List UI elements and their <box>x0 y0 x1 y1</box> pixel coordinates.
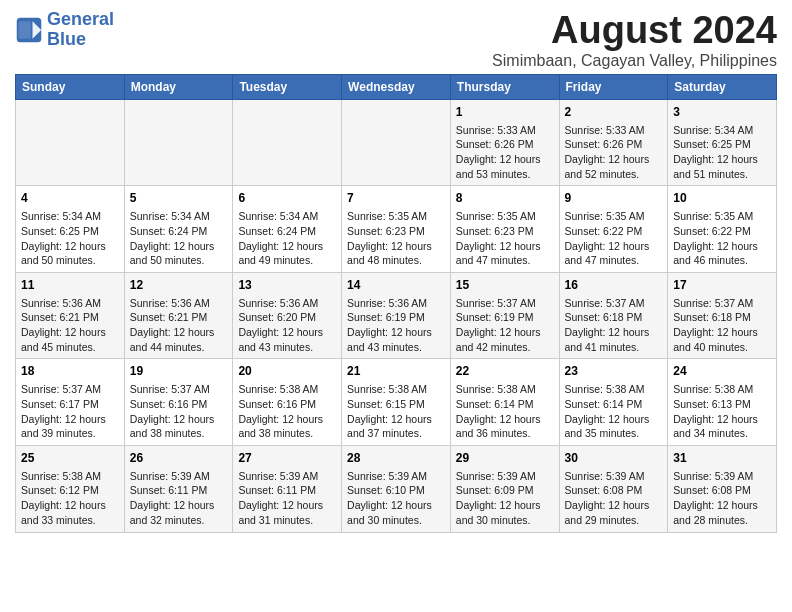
day-header-sunday: Sunday <box>16 74 125 99</box>
day-number: 12 <box>130 277 228 294</box>
day-number: 19 <box>130 363 228 380</box>
calendar-cell: 18Sunrise: 5:37 AM Sunset: 6:17 PM Dayli… <box>16 359 125 446</box>
calendar-cell: 10Sunrise: 5:35 AM Sunset: 6:22 PM Dayli… <box>668 186 777 273</box>
cell-content: Sunrise: 5:35 AM Sunset: 6:22 PM Dayligh… <box>565 209 663 268</box>
cell-content: Sunrise: 5:36 AM Sunset: 6:21 PM Dayligh… <box>21 296 119 355</box>
calendar-cell <box>233 99 342 186</box>
calendar-cell: 2Sunrise: 5:33 AM Sunset: 6:26 PM Daylig… <box>559 99 668 186</box>
subtitle: Simimbaan, Cagayan Valley, Philippines <box>492 52 777 70</box>
cell-content: Sunrise: 5:37 AM Sunset: 6:19 PM Dayligh… <box>456 296 554 355</box>
day-number: 21 <box>347 363 445 380</box>
cell-content: Sunrise: 5:33 AM Sunset: 6:26 PM Dayligh… <box>456 123 554 182</box>
cell-content: Sunrise: 5:35 AM Sunset: 6:23 PM Dayligh… <box>456 209 554 268</box>
calendar-cell: 27Sunrise: 5:39 AM Sunset: 6:11 PM Dayli… <box>233 445 342 532</box>
calendar-cell: 6Sunrise: 5:34 AM Sunset: 6:24 PM Daylig… <box>233 186 342 273</box>
cell-content: Sunrise: 5:35 AM Sunset: 6:23 PM Dayligh… <box>347 209 445 268</box>
calendar-table: SundayMondayTuesdayWednesdayThursdayFrid… <box>15 74 777 533</box>
day-number: 18 <box>21 363 119 380</box>
cell-content: Sunrise: 5:38 AM Sunset: 6:13 PM Dayligh… <box>673 382 771 441</box>
calendar-cell: 4Sunrise: 5:34 AM Sunset: 6:25 PM Daylig… <box>16 186 125 273</box>
calendar-cell: 31Sunrise: 5:39 AM Sunset: 6:08 PM Dayli… <box>668 445 777 532</box>
day-header-thursday: Thursday <box>450 74 559 99</box>
day-number: 26 <box>130 450 228 467</box>
calendar-cell <box>16 99 125 186</box>
day-number: 14 <box>347 277 445 294</box>
calendar-cell: 16Sunrise: 5:37 AM Sunset: 6:18 PM Dayli… <box>559 272 668 359</box>
day-number: 13 <box>238 277 336 294</box>
cell-content: Sunrise: 5:37 AM Sunset: 6:18 PM Dayligh… <box>565 296 663 355</box>
calendar-cell: 14Sunrise: 5:36 AM Sunset: 6:19 PM Dayli… <box>342 272 451 359</box>
logo-text: General Blue <box>47 10 114 50</box>
calendar-cell: 23Sunrise: 5:38 AM Sunset: 6:14 PM Dayli… <box>559 359 668 446</box>
cell-content: Sunrise: 5:39 AM Sunset: 6:11 PM Dayligh… <box>130 469 228 528</box>
day-number: 8 <box>456 190 554 207</box>
cell-content: Sunrise: 5:35 AM Sunset: 6:22 PM Dayligh… <box>673 209 771 268</box>
cell-content: Sunrise: 5:39 AM Sunset: 6:09 PM Dayligh… <box>456 469 554 528</box>
calendar-cell: 5Sunrise: 5:34 AM Sunset: 6:24 PM Daylig… <box>124 186 233 273</box>
day-number: 15 <box>456 277 554 294</box>
day-header-tuesday: Tuesday <box>233 74 342 99</box>
page-header: General Blue August 2024 Simimbaan, Caga… <box>15 10 777 70</box>
cell-content: Sunrise: 5:36 AM Sunset: 6:19 PM Dayligh… <box>347 296 445 355</box>
calendar-cell: 3Sunrise: 5:34 AM Sunset: 6:25 PM Daylig… <box>668 99 777 186</box>
day-header-wednesday: Wednesday <box>342 74 451 99</box>
day-number: 10 <box>673 190 771 207</box>
cell-content: Sunrise: 5:34 AM Sunset: 6:25 PM Dayligh… <box>673 123 771 182</box>
calendar-cell: 21Sunrise: 5:38 AM Sunset: 6:15 PM Dayli… <box>342 359 451 446</box>
calendar-week-row: 4Sunrise: 5:34 AM Sunset: 6:25 PM Daylig… <box>16 186 777 273</box>
calendar-week-row: 18Sunrise: 5:37 AM Sunset: 6:17 PM Dayli… <box>16 359 777 446</box>
day-number: 22 <box>456 363 554 380</box>
day-number: 17 <box>673 277 771 294</box>
cell-content: Sunrise: 5:38 AM Sunset: 6:15 PM Dayligh… <box>347 382 445 441</box>
calendar-cell: 29Sunrise: 5:39 AM Sunset: 6:09 PM Dayli… <box>450 445 559 532</box>
cell-content: Sunrise: 5:39 AM Sunset: 6:08 PM Dayligh… <box>673 469 771 528</box>
day-number: 16 <box>565 277 663 294</box>
calendar-cell: 9Sunrise: 5:35 AM Sunset: 6:22 PM Daylig… <box>559 186 668 273</box>
calendar-week-row: 25Sunrise: 5:38 AM Sunset: 6:12 PM Dayli… <box>16 445 777 532</box>
calendar-cell: 11Sunrise: 5:36 AM Sunset: 6:21 PM Dayli… <box>16 272 125 359</box>
calendar-cell <box>124 99 233 186</box>
calendar-cell: 26Sunrise: 5:39 AM Sunset: 6:11 PM Dayli… <box>124 445 233 532</box>
cell-content: Sunrise: 5:38 AM Sunset: 6:14 PM Dayligh… <box>456 382 554 441</box>
cell-content: Sunrise: 5:34 AM Sunset: 6:24 PM Dayligh… <box>130 209 228 268</box>
calendar-cell: 15Sunrise: 5:37 AM Sunset: 6:19 PM Dayli… <box>450 272 559 359</box>
calendar-cell: 25Sunrise: 5:38 AM Sunset: 6:12 PM Dayli… <box>16 445 125 532</box>
day-number: 5 <box>130 190 228 207</box>
day-number: 31 <box>673 450 771 467</box>
day-number: 25 <box>21 450 119 467</box>
day-number: 24 <box>673 363 771 380</box>
calendar-cell: 17Sunrise: 5:37 AM Sunset: 6:18 PM Dayli… <box>668 272 777 359</box>
day-number: 2 <box>565 104 663 121</box>
cell-content: Sunrise: 5:37 AM Sunset: 6:18 PM Dayligh… <box>673 296 771 355</box>
day-number: 11 <box>21 277 119 294</box>
cell-content: Sunrise: 5:38 AM Sunset: 6:14 PM Dayligh… <box>565 382 663 441</box>
cell-content: Sunrise: 5:36 AM Sunset: 6:20 PM Dayligh… <box>238 296 336 355</box>
day-number: 28 <box>347 450 445 467</box>
day-number: 20 <box>238 363 336 380</box>
cell-content: Sunrise: 5:38 AM Sunset: 6:12 PM Dayligh… <box>21 469 119 528</box>
day-header-friday: Friday <box>559 74 668 99</box>
day-header-monday: Monday <box>124 74 233 99</box>
calendar-week-row: 11Sunrise: 5:36 AM Sunset: 6:21 PM Dayli… <box>16 272 777 359</box>
cell-content: Sunrise: 5:39 AM Sunset: 6:11 PM Dayligh… <box>238 469 336 528</box>
day-number: 4 <box>21 190 119 207</box>
calendar-cell <box>342 99 451 186</box>
calendar-cell: 1Sunrise: 5:33 AM Sunset: 6:26 PM Daylig… <box>450 99 559 186</box>
title-block: August 2024 Simimbaan, Cagayan Valley, P… <box>492 10 777 70</box>
cell-content: Sunrise: 5:37 AM Sunset: 6:16 PM Dayligh… <box>130 382 228 441</box>
day-number: 7 <box>347 190 445 207</box>
day-number: 3 <box>673 104 771 121</box>
calendar-cell: 13Sunrise: 5:36 AM Sunset: 6:20 PM Dayli… <box>233 272 342 359</box>
calendar-week-row: 1Sunrise: 5:33 AM Sunset: 6:26 PM Daylig… <box>16 99 777 186</box>
calendar-header-row: SundayMondayTuesdayWednesdayThursdayFrid… <box>16 74 777 99</box>
svg-rect-2 <box>19 21 31 39</box>
cell-content: Sunrise: 5:34 AM Sunset: 6:24 PM Dayligh… <box>238 209 336 268</box>
cell-content: Sunrise: 5:34 AM Sunset: 6:25 PM Dayligh… <box>21 209 119 268</box>
day-number: 6 <box>238 190 336 207</box>
calendar-cell: 22Sunrise: 5:38 AM Sunset: 6:14 PM Dayli… <box>450 359 559 446</box>
day-number: 29 <box>456 450 554 467</box>
cell-content: Sunrise: 5:36 AM Sunset: 6:21 PM Dayligh… <box>130 296 228 355</box>
calendar-cell: 20Sunrise: 5:38 AM Sunset: 6:16 PM Dayli… <box>233 359 342 446</box>
calendar-cell: 7Sunrise: 5:35 AM Sunset: 6:23 PM Daylig… <box>342 186 451 273</box>
cell-content: Sunrise: 5:37 AM Sunset: 6:17 PM Dayligh… <box>21 382 119 441</box>
